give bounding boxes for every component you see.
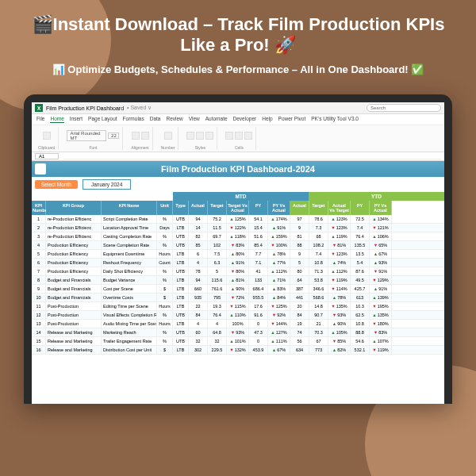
table-row[interactable]: 5Production EfficiencyEquipment Downtime… bbox=[32, 250, 444, 259]
menu-developer[interactable]: Developer bbox=[233, 116, 257, 123]
month-dropdown[interactable]: January 2024 bbox=[83, 179, 131, 190]
col-unit: Unit bbox=[157, 201, 173, 215]
menu-home[interactable]: Home bbox=[50, 116, 63, 123]
column-header-row: KPI Number KPI Group KPI Name Unit Type … bbox=[32, 201, 444, 215]
col-mtd-tva: Target Vs Actual bbox=[227, 201, 249, 215]
col-type: Type bbox=[173, 201, 189, 215]
ribbon-font-label: Font bbox=[89, 145, 97, 150]
dashboard-title-bar: Film Production KPI Dashboard-2024 bbox=[32, 161, 444, 177]
number-format-icon[interactable] bbox=[164, 132, 172, 140]
promo-subline: 📊 Optimize Budgets, Schedules & Performa… bbox=[24, 63, 452, 75]
table-row[interactable]: 10Budget and FinancialsOvertime Costs$LT… bbox=[32, 294, 444, 302]
ribbon-alignment-label: Alignment bbox=[131, 145, 148, 150]
cell-styles-icon[interactable] bbox=[205, 132, 213, 140]
table-row[interactable]: 9Budget and FinancialsCost per Scene$LTB… bbox=[32, 285, 444, 294]
col-mtd-pva: PY Vs Actual bbox=[268, 201, 290, 215]
menu-pk-utility[interactable]: PK's Utility Tool V3.0 bbox=[311, 116, 359, 123]
menu-formulas[interactable]: Formulas bbox=[123, 116, 144, 123]
month-selector-row: Select Month January 2024 bbox=[32, 177, 444, 192]
menu-bar: File Home Insert Page Layout Formulas Da… bbox=[32, 114, 444, 125]
table-format-icon[interactable] bbox=[196, 132, 204, 140]
paste-icon[interactable] bbox=[43, 132, 51, 140]
mtd-header: MTD bbox=[173, 192, 309, 201]
delete-cell-icon[interactable] bbox=[235, 132, 243, 140]
menu-review[interactable]: Review bbox=[166, 116, 182, 123]
dashboard-title: Film Production KPI Dashboard-2024 bbox=[161, 164, 315, 174]
select-month-label: Select Month bbox=[35, 180, 78, 189]
col-mtd-actual: Actual bbox=[189, 201, 208, 215]
table-row[interactable]: 7Production EfficiencyDaily Shot Efficie… bbox=[32, 267, 444, 276]
ribbon: Clipboard Arial Rounded MT22Font Alignme… bbox=[32, 125, 444, 152]
table-row[interactable]: 13Post-ProductionAudio Mixing Time per S… bbox=[32, 320, 444, 328]
ytd-header: YTD bbox=[309, 192, 444, 201]
name-box[interactable]: A1 bbox=[35, 153, 59, 159]
col-kpi-number: KPI Number bbox=[32, 201, 46, 215]
formula-bar[interactable] bbox=[63, 153, 441, 159]
ribbon-number-label: Number bbox=[161, 145, 175, 150]
format-cell-icon[interactable] bbox=[244, 132, 252, 140]
table-row[interactable]: 1re-Production EfficiencScript Completio… bbox=[32, 215, 444, 224]
menu-view[interactable]: View bbox=[189, 116, 200, 123]
table-row[interactable]: 2re-Production EfficiencLocation Approva… bbox=[32, 224, 444, 232]
menu-help[interactable]: Help bbox=[262, 116, 272, 123]
ribbon-clipboard-label: Clipboard bbox=[38, 145, 55, 150]
align-icon[interactable] bbox=[132, 132, 140, 140]
menu-file[interactable]: File bbox=[36, 116, 44, 123]
menu-power-pivot[interactable]: Power Pivot bbox=[278, 116, 306, 123]
table-row[interactable]: 16Release and MarketingDistribution Cost… bbox=[32, 346, 444, 355]
laptop-frame: X Film Production KPI Dashboard • Saved … bbox=[24, 94, 452, 404]
col-ytd-target: Target bbox=[309, 201, 328, 215]
table-row[interactable]: 12Post-ProductionVisual Effects Completi… bbox=[32, 311, 444, 320]
search-input[interactable] bbox=[367, 104, 441, 112]
table-row[interactable]: 6Production EfficiencyReshoot FrequencyC… bbox=[32, 259, 444, 267]
name-box-row: A1 bbox=[32, 152, 444, 161]
table-row[interactable]: 15Release and MarketingTrailer Engagemen… bbox=[32, 337, 444, 346]
cond-format-icon[interactable] bbox=[186, 132, 194, 140]
promo-headline: 🎬Instant Download – Track Film Productio… bbox=[24, 14, 452, 56]
col-ytd-actual: Actual bbox=[290, 201, 309, 215]
table-row[interactable]: 3re-Production EfficiencCasting Completi… bbox=[32, 232, 444, 241]
home-icon[interactable] bbox=[35, 163, 46, 175]
excel-window: X Film Production KPI Dashboard • Saved … bbox=[32, 102, 444, 404]
ribbon-styles-label: Styles bbox=[195, 145, 206, 150]
save-status: • Saved ∨ bbox=[127, 105, 152, 111]
col-ytd-avt: Actual Vs Target bbox=[328, 201, 351, 215]
menu-insert[interactable]: Insert bbox=[70, 116, 83, 123]
table-row[interactable]: 8Budget and FinancialsBudget Variance%LT… bbox=[32, 276, 444, 285]
col-kpi-group: KPI Group bbox=[46, 201, 102, 215]
kpi-group-header: MTD YTD bbox=[32, 192, 444, 201]
menu-data[interactable]: Data bbox=[150, 116, 161, 123]
menu-page-layout[interactable]: Page Layout bbox=[88, 116, 117, 123]
menu-automate[interactable]: Automate bbox=[205, 116, 228, 123]
col-ytd-pva: PY Vs Actual bbox=[370, 201, 392, 215]
table-row[interactable]: 4Production EfficiencyScene Completion R… bbox=[32, 241, 444, 250]
font-size-select[interactable]: 22 bbox=[108, 132, 119, 139]
col-kpi-name: KPI Name bbox=[102, 201, 157, 215]
table-row[interactable]: 11Post-ProductionEditing Time per SceneH… bbox=[32, 302, 444, 311]
excel-icon: X bbox=[35, 104, 43, 112]
col-mtd-py: PY bbox=[249, 201, 268, 215]
col-mtd-target: Target bbox=[208, 201, 227, 215]
insert-cell-icon[interactable] bbox=[225, 132, 233, 140]
wrap-icon[interactable] bbox=[141, 132, 149, 140]
ribbon-cells-label: Cells bbox=[235, 145, 244, 150]
table-row[interactable]: 14Release and MarketingMarketing Reach%U… bbox=[32, 328, 444, 337]
font-name-select[interactable]: Arial Rounded MT bbox=[67, 130, 106, 141]
kpi-table-body: 1re-Production EfficiencScript Completio… bbox=[32, 215, 444, 355]
file-name: Film Production KPI Dashboard bbox=[46, 106, 124, 111]
title-bar: X Film Production KPI Dashboard • Saved … bbox=[32, 102, 444, 114]
col-ytd-py: PY bbox=[351, 201, 370, 215]
